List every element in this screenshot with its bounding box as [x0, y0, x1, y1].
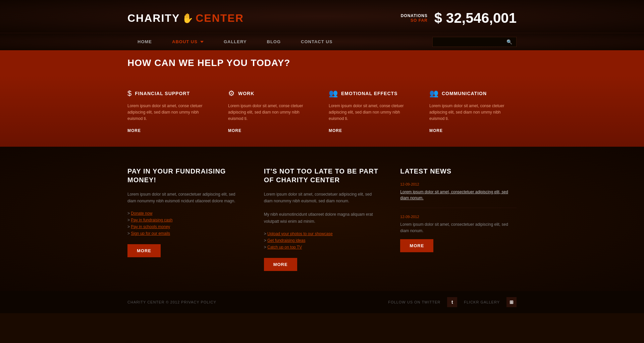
- service-work: ⚙ WORK Lorem ipsum dolor sit amet, conse…: [228, 89, 315, 133]
- twitter-icon[interactable]: t: [447, 297, 457, 307]
- work-icon: ⚙: [228, 89, 235, 98]
- logo-center-text: CENTER: [196, 12, 244, 24]
- service-title-emotional: 👥 EMOTIONAL EFFECTS: [329, 89, 416, 98]
- logo-charity-text: CHARITY: [127, 12, 180, 24]
- search-box: 🔍: [432, 37, 517, 47]
- nav-item-contact-us[interactable]: CONTACT US: [291, 33, 342, 50]
- service-emotional: 👥 EMOTIONAL EFFECTS Lorem ipsum dolor si…: [329, 89, 416, 133]
- bottom-section: PAY IN YOUR FUNDRAISING MONEY! Lorem ips…: [0, 147, 644, 291]
- upload-photos-link[interactable]: Upload your photos to our showcase: [267, 231, 333, 236]
- list-item-catch-up: Catch up on top TV: [264, 245, 380, 250]
- follow-twitter-label: FOLLOW US ON TWITTER: [388, 300, 440, 304]
- search-icon[interactable]: 🔍: [506, 39, 512, 45]
- nav-item-home[interactable]: HOME: [127, 33, 162, 50]
- footer-right: FOLLOW US ON TWITTER t FLICKR GALLERY ⊞: [388, 297, 517, 307]
- nav-wrapper: HOME ABOUT US GALLERY BLOG CONTACT US 🔍 …: [0, 33, 644, 50]
- donations-amount: $ 32,546,001: [434, 10, 517, 26]
- services-section: $ FINANCIAL SUPPORT Lorem ipsum dolor si…: [0, 76, 644, 147]
- logo-hand-icon: ✋: [182, 13, 194, 24]
- service-name-communication: COMMUNICATION: [442, 91, 487, 96]
- fundraising-column: PAY IN YOUR FUNDRAISING MONEY! Lorem ips…: [127, 167, 244, 271]
- news-item-1: 12-09-2012 Lorem ipsum dolor sit amet, c…: [400, 182, 517, 201]
- dropdown-arrow-icon: [200, 41, 204, 43]
- logo: CHARITY ✋ CENTER: [127, 12, 244, 24]
- footer: CHARITY CENTER © 2012 PRIVACY POLICY FOL…: [0, 291, 644, 313]
- news-date-2: 12-09-2012: [400, 215, 517, 219]
- donations-label: DONATIONS SO FAR: [401, 13, 428, 23]
- list-item-upload: Upload your photos to our showcase: [264, 231, 380, 236]
- news-divider: [400, 208, 517, 208]
- charity-links: Upload your photos to our showcase Get f…: [264, 231, 380, 250]
- sign-up-link[interactable]: Sign up for our emails: [131, 231, 170, 236]
- list-item-pay-fundraising: Pay in fundraising cash: [127, 218, 244, 222]
- communication-icon: 👥: [429, 89, 438, 98]
- latest-news-title: LATEST NEWS: [400, 167, 517, 176]
- service-desc-financial: Lorem ipsum dolor sit amet, conse ctetue…: [127, 103, 215, 122]
- charity-desc1: Lorem ipsum dolor sit amet, consectetuer…: [264, 191, 380, 205]
- banner-text: HOW CAN WE HELP YOU TODAY?: [127, 58, 517, 68]
- dollar-icon: $: [127, 89, 131, 98]
- service-title-communication: 👥 COMMUNICATION: [429, 89, 517, 98]
- fundraising-more-button[interactable]: MORE: [127, 244, 161, 257]
- news-more-button[interactable]: MORE: [400, 239, 433, 252]
- service-desc-work: Lorem ipsum dolor sit amet, conse ctetue…: [228, 103, 315, 122]
- flickr-icon[interactable]: ⊞: [506, 297, 517, 307]
- charity-desc2: My nibh euismotincidunt utlaoreet dolore…: [264, 211, 380, 225]
- list-item-get-fundraising: Get fundraising ideas: [264, 238, 380, 243]
- service-more-work[interactable]: MORE: [228, 128, 241, 133]
- donations-top-label: DONATIONS: [401, 13, 428, 18]
- fundraising-title: PAY IN YOUR FUNDRAISING MONEY!: [127, 167, 244, 184]
- service-more-financial[interactable]: MORE: [127, 128, 141, 133]
- charity-title: IT'S NOT TOO LATE TO BE PART OF CHARITY …: [264, 167, 380, 184]
- header: CHARITY ✋ CENTER DONATIONS SO FAR $ 32,5…: [0, 0, 644, 33]
- footer-copyright: CHARITY CENTER © 2012 PRIVACY POLICY: [127, 300, 216, 304]
- nav: HOME ABOUT US GALLERY BLOG CONTACT US 🔍: [0, 33, 644, 50]
- nav-item-gallery[interactable]: GALLERY: [214, 33, 257, 50]
- charity-more-button[interactable]: MORE: [264, 258, 297, 271]
- nav-item-blog[interactable]: BLOG: [257, 33, 291, 50]
- fundraising-links: Donate now Pay in fundraising cash Pay i…: [127, 211, 244, 236]
- catch-up-link[interactable]: Catch up on top TV: [267, 245, 302, 250]
- pay-schools-link[interactable]: Pay in schools money: [131, 224, 170, 229]
- service-communication: 👥 COMMUNICATION Lorem ipsum dolor sit am…: [429, 89, 517, 133]
- list-item-sign-up: Sign up for our emails: [127, 231, 244, 236]
- service-desc-communication: Lorem ipsum dolor sit amet, conse ctetue…: [429, 103, 517, 122]
- list-item-donate: Donate now: [127, 211, 244, 216]
- fundraising-desc: Lorem ipsum dolor sit amet, consectetuer…: [127, 191, 244, 205]
- news-item-2: 12-09-2012 Lorem ipsum dolor sit amet, c…: [400, 215, 517, 234]
- news-link-1[interactable]: Lorem ipsum dolor sit amet, consectetuer…: [400, 189, 517, 201]
- service-name-work: WORK: [238, 91, 254, 96]
- latest-news-column: LATEST NEWS 12-09-2012 Lorem ipsum dolor…: [400, 167, 517, 271]
- donations-area: DONATIONS SO FAR $ 32,546,001: [401, 10, 517, 26]
- news-date-1: 12-09-2012: [400, 182, 517, 186]
- service-name-emotional: EMOTIONAL EFFECTS: [341, 91, 397, 96]
- service-desc-emotional: Lorem ipsum dolor sit amet, conse ctetue…: [329, 103, 416, 122]
- flickr-gallery-label: FLICKR GALLERY: [464, 300, 500, 304]
- service-title-financial: $ FINANCIAL SUPPORT: [127, 89, 215, 98]
- service-title-work: ⚙ WORK: [228, 89, 315, 98]
- pay-fundraising-link[interactable]: Pay in fundraising cash: [131, 218, 172, 222]
- list-item-pay-schools: Pay in schools money: [127, 224, 244, 229]
- nav-item-about-us[interactable]: ABOUT US: [162, 33, 214, 50]
- service-name-financial: FINANCIAL SUPPORT: [135, 91, 190, 96]
- red-banner: HOW CAN WE HELP YOU TODAY?: [0, 50, 644, 76]
- news-text-2: Lorem ipsum dolor sit amet, consectetuer…: [400, 221, 517, 234]
- donations-bottom-label: SO FAR: [401, 18, 428, 23]
- search-input[interactable]: [437, 39, 504, 44]
- service-more-communication[interactable]: MORE: [429, 128, 443, 133]
- charity-column: IT'S NOT TOO LATE TO BE PART OF CHARITY …: [264, 167, 380, 271]
- emotional-icon: 👥: [329, 89, 338, 98]
- get-fundraising-link[interactable]: Get fundraising ideas: [267, 238, 305, 243]
- service-financial-support: $ FINANCIAL SUPPORT Lorem ipsum dolor si…: [127, 89, 215, 133]
- service-more-emotional[interactable]: MORE: [329, 128, 342, 133]
- donate-now-link[interactable]: Donate now: [131, 211, 152, 216]
